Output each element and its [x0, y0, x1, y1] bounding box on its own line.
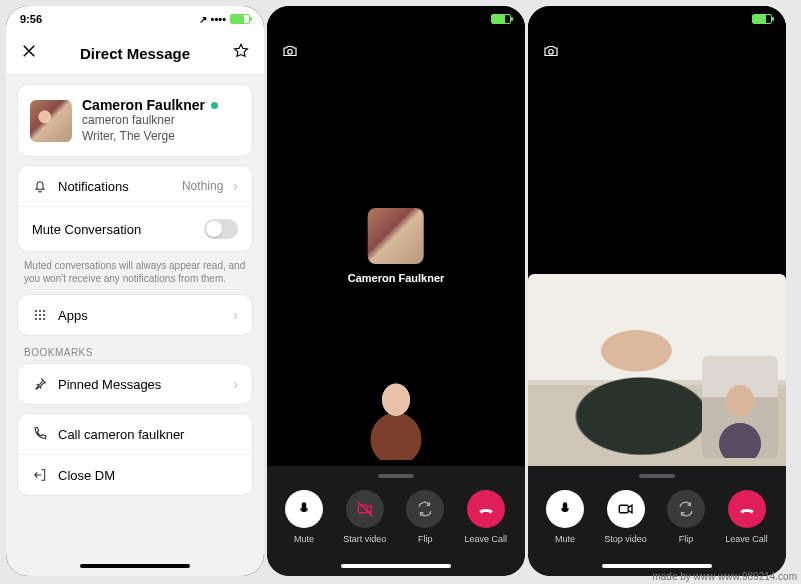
stop-video-button[interactable]: Stop video: [604, 490, 647, 544]
start-video-button[interactable]: Start video: [343, 490, 386, 544]
call-controls: Mute Start video Flip Leave Call: [267, 466, 525, 576]
leave-label: Leave Call: [464, 534, 507, 544]
video-label: Stop video: [604, 534, 647, 544]
battery-icon: [230, 14, 250, 24]
home-indicator[interactable]: [80, 564, 190, 568]
leave-call-button[interactable]: Leave Call: [725, 490, 768, 544]
status-time: 9:56: [20, 13, 42, 25]
video-call-screen: Mute Stop video Flip Leave Call: [528, 6, 786, 576]
svg-point-2: [43, 310, 45, 312]
star-icon[interactable]: [232, 42, 250, 64]
svg-point-9: [288, 50, 293, 55]
svg-rect-12: [619, 505, 628, 513]
calling-screen: Cameron Faulkner Mute Start video Flip: [267, 6, 525, 576]
home-indicator[interactable]: [341, 564, 451, 568]
profile-name: Cameron Faulkner: [82, 97, 205, 113]
pinned-row[interactable]: Pinned Messages ›: [18, 364, 252, 404]
avatar: [368, 208, 424, 264]
home-indicator[interactable]: [602, 564, 712, 568]
actions-card: Call cameron faulkner Close DM: [18, 414, 252, 495]
svg-point-11: [549, 50, 554, 55]
bookmarks-card: Pinned Messages ›: [18, 364, 252, 404]
page-title: Direct Message: [80, 45, 190, 62]
leave-label: Leave Call: [725, 534, 768, 544]
battery-icon: [752, 14, 772, 24]
self-video-pip[interactable]: [702, 356, 778, 458]
svg-point-8: [43, 318, 45, 320]
apps-icon: [32, 307, 48, 323]
mute-toggle[interactable]: [204, 219, 238, 239]
notifications-value: Nothing: [182, 179, 223, 193]
leave-call-button[interactable]: Leave Call: [464, 490, 507, 544]
video-label: Start video: [343, 534, 386, 544]
svg-point-1: [39, 310, 41, 312]
mute-button[interactable]: Mute: [285, 490, 323, 544]
self-video-pip[interactable]: [353, 356, 439, 460]
chevron-right-icon: ›: [233, 376, 238, 392]
call-row[interactable]: Call cameron faulkner: [18, 414, 252, 454]
mute-row: Mute Conversation: [18, 206, 252, 251]
notifications-card: Notifications Nothing › Mute Conversatio…: [18, 166, 252, 251]
notifications-row[interactable]: Notifications Nothing ›: [18, 166, 252, 206]
chevron-right-icon: ›: [233, 178, 238, 194]
close-dm-label: Close DM: [58, 468, 238, 483]
call-controls: Mute Stop video Flip Leave Call: [528, 466, 786, 576]
header: Direct Message: [6, 32, 264, 75]
svg-point-5: [43, 314, 45, 316]
svg-point-0: [35, 310, 37, 312]
bell-icon: [32, 178, 48, 194]
status-bar: [267, 6, 525, 32]
presence-icon: [211, 102, 218, 109]
phone-icon: [32, 426, 48, 442]
location-icon: [199, 13, 207, 25]
settings-screen: 9:56 •••• Direct Message: [6, 6, 264, 576]
mute-label: Mute Conversation: [32, 222, 194, 237]
call-stage: [528, 74, 786, 466]
mute-label: Mute: [294, 534, 314, 544]
chevron-right-icon: ›: [233, 307, 238, 323]
status-bar: 9:56 ••••: [6, 6, 264, 32]
mute-label: Mute: [555, 534, 575, 544]
profile-role: Writer, The Verge: [82, 129, 218, 145]
call-stage: Cameron Faulkner: [267, 74, 525, 466]
close-icon[interactable]: [20, 42, 38, 64]
notifications-label: Notifications: [58, 179, 172, 194]
signal-icon: ••••: [211, 13, 226, 25]
flip-label: Flip: [418, 534, 433, 544]
flip-button[interactable]: Flip: [406, 490, 444, 544]
remote-name: Cameron Faulkner: [348, 272, 445, 284]
exit-icon: [32, 467, 48, 483]
close-dm-row[interactable]: Close DM: [18, 454, 252, 495]
drag-handle[interactable]: [378, 474, 414, 478]
pinned-label: Pinned Messages: [58, 377, 223, 392]
camera-rotate-icon[interactable]: [281, 42, 299, 64]
apps-row[interactable]: Apps ›: [18, 295, 252, 335]
drag-handle[interactable]: [639, 474, 675, 478]
apps-card: Apps ›: [18, 295, 252, 335]
svg-point-7: [39, 318, 41, 320]
remote-caller: Cameron Faulkner: [348, 208, 445, 284]
status-bar: [528, 6, 786, 32]
profile-handle: cameron faulkner: [82, 113, 218, 129]
svg-point-3: [35, 314, 37, 316]
apps-label: Apps: [58, 308, 223, 323]
watermark: made by www www.989214.com: [652, 571, 797, 582]
pin-icon: [32, 376, 48, 392]
svg-point-4: [39, 314, 41, 316]
mute-button[interactable]: Mute: [546, 490, 584, 544]
flip-label: Flip: [679, 534, 694, 544]
avatar: [30, 100, 72, 142]
battery-icon: [491, 14, 511, 24]
call-label: Call cameron faulkner: [58, 427, 238, 442]
svg-point-6: [35, 318, 37, 320]
flip-button[interactable]: Flip: [667, 490, 705, 544]
profile-card[interactable]: Cameron Faulkner cameron faulkner Writer…: [18, 85, 252, 156]
camera-rotate-icon[interactable]: [542, 42, 560, 64]
bookmarks-header: BOOKMARKS: [6, 335, 264, 362]
mute-help-text: Muted conversations will always appear r…: [6, 251, 264, 285]
